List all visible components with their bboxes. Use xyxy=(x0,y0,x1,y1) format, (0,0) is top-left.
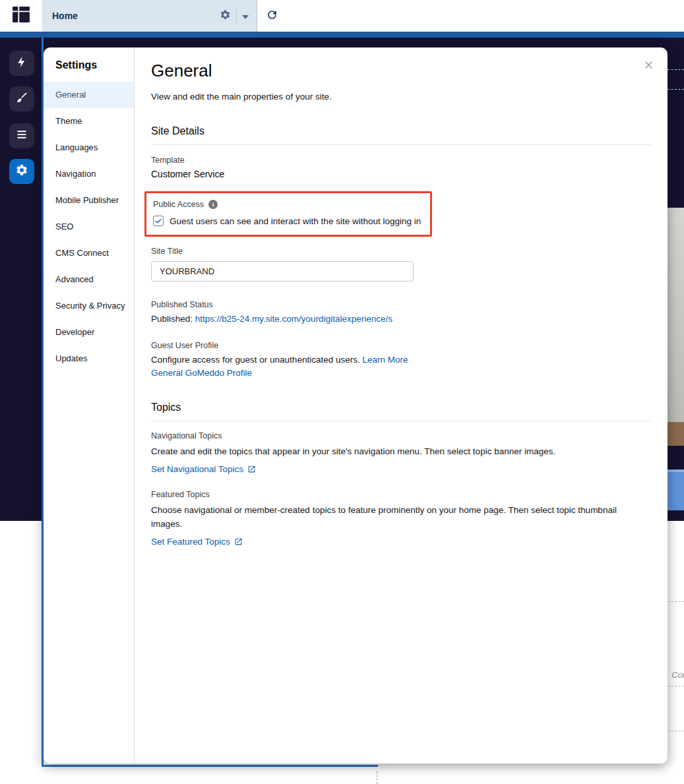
settings-nav-advanced[interactable]: Advanced xyxy=(44,266,134,293)
set-featured-topics-link[interactable]: Set Featured Topics xyxy=(151,537,230,547)
learn-more-link[interactable]: Learn More xyxy=(362,355,408,365)
current-page-name: Home xyxy=(52,11,78,21)
brush-icon xyxy=(15,91,28,107)
info-icon[interactable]: i xyxy=(208,200,218,209)
selection-dash-line xyxy=(668,89,684,90)
guest-user-profile-label: Guest User Profile xyxy=(151,341,652,350)
section-dash-line xyxy=(668,601,684,602)
canvas-dashed-guide xyxy=(377,771,377,784)
public-access-annotation-box: Public Access i Guest users can see and … xyxy=(144,191,432,237)
rail-settings-button[interactable] xyxy=(9,159,34,184)
published-prefix: Published: xyxy=(151,314,195,324)
featured-topics-label: Featured Topics xyxy=(151,490,652,499)
refresh-button[interactable] xyxy=(257,0,286,32)
background-banner-fragment xyxy=(668,469,684,510)
rail-structure-button[interactable] xyxy=(9,123,34,148)
guest-profile-text: Configure access for guest or unauthenti… xyxy=(151,355,362,365)
settings-nav-developer[interactable]: Developer xyxy=(44,319,134,346)
experience-builder-page: Home xyxy=(0,0,684,784)
settings-nav-navigation[interactable]: Navigation xyxy=(44,161,134,187)
top-bar: Home xyxy=(0,0,684,32)
chevron-down-icon[interactable] xyxy=(242,10,249,22)
site-details-heading: Site Details xyxy=(151,125,652,137)
rail-theme-button[interactable] xyxy=(9,86,34,111)
guest-profile-link[interactable]: General GoMeddo Profile xyxy=(151,368,252,378)
template-label: Template xyxy=(151,156,652,165)
settings-nav-updates[interactable]: Updates xyxy=(44,346,134,372)
divider xyxy=(151,421,652,421)
featured-topics-description: Choose navigational or member-created to… xyxy=(151,503,626,531)
background-partial-text: Cor xyxy=(671,670,684,680)
topics-heading: Topics xyxy=(151,402,652,413)
navigational-topics-description: Create and edit the topics that appear i… xyxy=(151,444,626,459)
settings-content: General View and edit the main propertie… xyxy=(135,47,668,764)
published-url-link[interactable]: https://b25-24.my.site.com/yourdigitalex… xyxy=(195,314,392,324)
page-settings-gear-icon[interactable] xyxy=(220,9,231,23)
settings-nav-security-privacy[interactable]: Security & Privacy xyxy=(44,293,134,319)
selection-dash-line xyxy=(668,69,684,70)
settings-sidebar-title: Settings xyxy=(44,59,134,71)
settings-nav-theme[interactable]: Theme xyxy=(44,108,134,135)
page-switcher[interactable]: Home xyxy=(43,0,257,32)
switcher-divider xyxy=(236,9,237,22)
settings-modal: Settings General Theme Languages Navigat… xyxy=(44,47,668,764)
section-dash-line xyxy=(668,686,684,686)
close-button[interactable] xyxy=(641,58,656,73)
background-image-fragment xyxy=(668,422,684,446)
navigational-topics-label: Navigational Topics xyxy=(151,431,652,440)
list-icon xyxy=(15,128,28,144)
published-status-label: Published Status xyxy=(151,300,652,309)
settings-nav-general[interactable]: General xyxy=(44,82,134,108)
canvas-highlight-bottom xyxy=(42,765,378,767)
builder-logo-icon xyxy=(13,7,30,25)
public-access-checkbox-label: Guest users can see and interact with th… xyxy=(170,216,421,226)
set-navigational-topics-link[interactable]: Set Navigational Topics xyxy=(151,464,243,474)
rail-components-button[interactable] xyxy=(9,51,34,76)
external-link-icon xyxy=(247,465,256,473)
section-dash-line xyxy=(668,731,684,731)
divider xyxy=(151,144,652,145)
lightning-icon xyxy=(15,55,28,71)
settings-nav-cms-connect[interactable]: CMS Connect xyxy=(44,240,134,266)
template-value: Customer Service xyxy=(151,169,652,179)
close-icon xyxy=(643,59,654,73)
canvas-top-border xyxy=(0,32,684,38)
refresh-icon xyxy=(266,9,278,24)
page-subtitle: View and edit the main properties of you… xyxy=(151,92,652,102)
site-title-label: Site Title xyxy=(151,247,652,256)
public-access-checkbox[interactable] xyxy=(153,216,164,226)
page-title: General xyxy=(151,61,652,81)
background-image-fragment xyxy=(668,208,684,422)
site-title-input[interactable] xyxy=(151,261,414,282)
gear-icon xyxy=(15,164,28,179)
settings-sidebar: Settings General Theme Languages Navigat… xyxy=(44,47,135,764)
external-link-icon xyxy=(234,537,243,546)
settings-nav-seo[interactable]: SEO xyxy=(44,214,134,240)
settings-nav-mobile-publisher[interactable]: Mobile Publisher xyxy=(44,187,134,214)
settings-nav-languages[interactable]: Languages xyxy=(44,135,134,161)
builder-logo[interactable] xyxy=(0,0,43,32)
public-access-label: Public Access xyxy=(153,200,204,209)
